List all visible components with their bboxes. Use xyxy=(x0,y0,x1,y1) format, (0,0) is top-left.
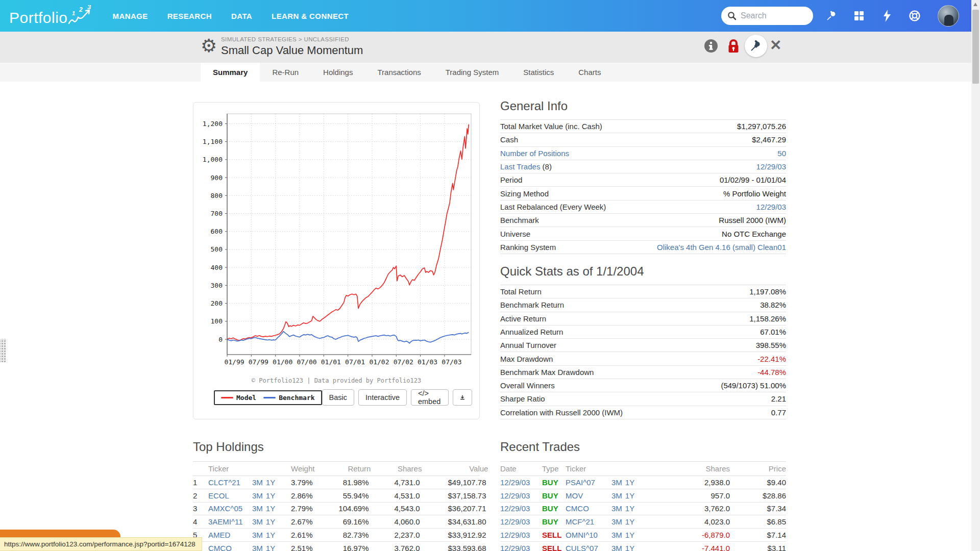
chart-period-link-3m[interactable]: 3M xyxy=(252,504,263,513)
ticker-link[interactable]: MCF^21 xyxy=(566,517,594,526)
chart-period-link-3m[interactable]: 3M xyxy=(611,504,622,513)
gear-icon[interactable]: ⚙ xyxy=(201,37,217,55)
lock-icon[interactable] xyxy=(726,39,741,56)
basic-button[interactable]: Basic xyxy=(322,389,354,406)
panel-drag-handle[interactable] xyxy=(0,339,6,362)
holding-weight: 2.79% xyxy=(291,504,313,513)
search-input[interactable] xyxy=(741,11,807,20)
tab-re-run[interactable]: Re-Run xyxy=(260,63,311,82)
trade-date-link[interactable]: 12/29/03 xyxy=(500,478,530,487)
chart-period-link-1y[interactable]: 1Y xyxy=(625,504,634,513)
nav-item-learn-connect[interactable]: LEARN & CONNECT xyxy=(272,12,349,20)
ticker-link[interactable]: OMNI^10 xyxy=(566,531,598,539)
svg-text:0: 0 xyxy=(218,336,223,343)
status-bar-url: https://www.portfolio123.com/performance… xyxy=(0,537,202,551)
chart-period-link-3m[interactable]: 3M xyxy=(611,517,622,526)
ticker-link[interactable]: 3AEMI^11 xyxy=(208,517,243,526)
chart-period-link-3m[interactable]: 3M xyxy=(252,544,263,551)
ticker-link[interactable]: ECOL xyxy=(208,491,229,500)
search-box[interactable] xyxy=(721,7,813,25)
chart-period-link-1y[interactable]: 1Y xyxy=(625,517,634,526)
trade-date-link[interactable]: 12/29/03 xyxy=(500,504,530,513)
chart-period-link-1y[interactable]: 1Y xyxy=(266,544,275,551)
pin-icon[interactable] xyxy=(824,9,839,23)
ticker-link[interactable]: CULS^07 xyxy=(566,544,598,551)
chart-period-link-3m[interactable]: 3M xyxy=(611,531,622,539)
trade-row: 12/29/03BUYMCF^213M1Y4,023.0$6.85 xyxy=(500,515,786,529)
info-value[interactable]: 12/29/03 xyxy=(756,162,786,171)
tab-statistics[interactable]: Statistics xyxy=(511,63,566,82)
ticker-link[interactable]: MOV xyxy=(566,491,583,500)
chart-period-link-3m[interactable]: 3M xyxy=(611,491,622,500)
scrollbar-up-arrow-icon[interactable] xyxy=(973,3,977,6)
chart-period-link-1y[interactable]: 1Y xyxy=(266,504,275,513)
trade-date-link[interactable]: 12/29/03 xyxy=(500,531,530,539)
help-ring-icon[interactable] xyxy=(908,9,922,23)
info-icon[interactable] xyxy=(704,39,718,55)
svg-text:07/01: 07/01 xyxy=(345,358,365,366)
holding-return: 55.94% xyxy=(313,491,369,500)
chart-period-link-1y[interactable]: 1Y xyxy=(266,531,275,539)
quick-stats-row: Benchmark Max Drawdown-44.78% xyxy=(500,366,786,379)
grid-icon[interactable] xyxy=(852,9,866,23)
trade-date-link[interactable]: 12/29/03 xyxy=(500,544,530,551)
chart-period-link-3m[interactable]: 3M xyxy=(252,531,263,539)
info-label: Cash xyxy=(500,135,518,144)
trade-price: $28.86 xyxy=(730,491,786,500)
holding-num: 2 xyxy=(193,491,208,500)
ticker-link[interactable]: CMCO xyxy=(566,504,589,513)
chart-period-link-1y[interactable]: 1Y xyxy=(266,517,275,526)
trade-price: $3.11 xyxy=(730,544,786,551)
ticker-link[interactable]: AMED xyxy=(208,531,230,539)
chart-period-link-1y[interactable]: 1Y xyxy=(625,478,634,487)
trade-date-link[interactable]: 12/29/03 xyxy=(500,517,530,526)
top-holdings-heading: Top Holdings xyxy=(193,440,264,454)
chart-period-links: 3M1Y xyxy=(611,544,638,551)
close-icon[interactable]: ✕ xyxy=(770,38,781,53)
holding-return: 82.73% xyxy=(313,531,369,539)
vertical-scrollbar[interactable] xyxy=(971,0,980,551)
portfolio123-logo[interactable]: Portfolio 1 2 3 xyxy=(9,5,94,27)
ticker-link[interactable]: CMCO xyxy=(208,544,232,551)
nav-item-manage[interactable]: MANAGE xyxy=(113,12,148,20)
info-label-link[interactable]: Number of Positions xyxy=(500,149,569,158)
lightning-icon[interactable] xyxy=(880,9,894,23)
nav-item-data[interactable]: DATA xyxy=(231,12,252,20)
chart-period-link-1y[interactable]: 1Y xyxy=(625,544,634,551)
trade-date-link[interactable]: 12/29/03 xyxy=(500,491,530,500)
chart-period-link-1y[interactable]: 1Y xyxy=(266,478,275,487)
pin-icon[interactable] xyxy=(745,35,767,57)
chart-period-link-3m[interactable]: 3M xyxy=(252,517,263,526)
ticker-link[interactable]: CLCT^21 xyxy=(208,478,240,487)
tab-transactions[interactable]: Transactions xyxy=(365,63,433,82)
chart-period-link-3m[interactable]: 3M xyxy=(252,491,263,500)
holding-ticker: AMED xyxy=(208,531,252,539)
tab-summary[interactable]: Summary xyxy=(201,63,260,82)
general-info-row: UniverseNo OTC Exchange xyxy=(500,227,786,240)
info-label-link[interactable]: Last Trades xyxy=(500,162,540,171)
info-value[interactable]: 50 xyxy=(777,149,786,158)
avatar[interactable] xyxy=(938,5,959,27)
scrollbar-thumb[interactable] xyxy=(972,10,979,84)
chart-period-link-1y[interactable]: 1Y xyxy=(625,531,634,539)
chart-period-link-1y[interactable]: 1Y xyxy=(266,491,275,500)
tab-charts[interactable]: Charts xyxy=(566,63,613,82)
holdings-row: 2ECOL3M1Y2.86%55.94%4,531.0$37,158.73 xyxy=(193,489,480,503)
svg-text:600: 600 xyxy=(211,228,223,235)
info-value: 0.77 xyxy=(771,408,786,417)
tab-trading-system[interactable]: Trading System xyxy=(433,63,511,82)
interactive-button[interactable]: Interactive xyxy=(358,389,407,406)
nav-item-research[interactable]: RESEARCH xyxy=(167,12,212,20)
ticker-link[interactable]: AMXC^05 xyxy=(208,504,242,513)
chart-period-link-3m[interactable]: 3M xyxy=(611,478,622,487)
download-button[interactable] xyxy=(453,389,472,406)
ticker-link[interactable]: PSAI^07 xyxy=(566,478,595,487)
svg-text:01/99: 01/99 xyxy=(224,358,244,366)
chart-period-link-3m[interactable]: 3M xyxy=(611,544,622,551)
info-value[interactable]: 12/29/03 xyxy=(756,203,786,211)
info-value[interactable]: Olikea's 4th Gen 4.16 (small) Clean01 xyxy=(657,243,786,252)
tab-holdings[interactable]: Holdings xyxy=(311,63,365,82)
chart-period-link-1y[interactable]: 1Y xyxy=(625,491,634,500)
embed-button[interactable]: </> embed xyxy=(411,389,449,406)
chart-period-link-3m[interactable]: 3M xyxy=(252,478,263,487)
